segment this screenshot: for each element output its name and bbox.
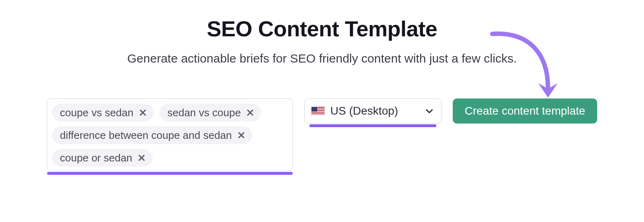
close-icon[interactable] (137, 153, 146, 162)
close-icon[interactable] (237, 131, 246, 140)
close-icon[interactable] (246, 108, 255, 117)
keyword-chip-label: coupe or sedan (60, 153, 132, 163)
chevron-down-icon (425, 107, 434, 115)
keyword-chip-label: sedan vs coupe (167, 107, 241, 118)
region-select-label: US (Desktop) (330, 105, 398, 117)
flag-us-icon (311, 107, 325, 115)
annotation-underline (309, 124, 436, 127)
keyword-chip: difference between coupe and sedan (52, 126, 252, 144)
annotation-underline (47, 172, 293, 175)
page-subtitle: Generate actionable briefs for SEO frien… (0, 52, 644, 65)
region-select[interactable]: US (Desktop) (304, 98, 441, 124)
keyword-chip-label: coupe vs sedan (60, 107, 134, 118)
form-row: coupe vs sedan sedan vs coupe difference… (47, 98, 598, 171)
keyword-chip-label: difference between coupe and sedan (60, 130, 232, 140)
keyword-chip: coupe vs sedan (52, 104, 154, 121)
keyword-chip: coupe or sedan (52, 149, 153, 167)
create-content-template-button[interactable]: Create content template (453, 98, 598, 124)
close-icon[interactable] (138, 108, 147, 117)
page-title: SEO Content Template (0, 16, 644, 41)
keywords-input[interactable]: coupe vs sedan sedan vs coupe difference… (47, 98, 293, 171)
keyword-chip: sedan vs coupe (159, 104, 261, 121)
